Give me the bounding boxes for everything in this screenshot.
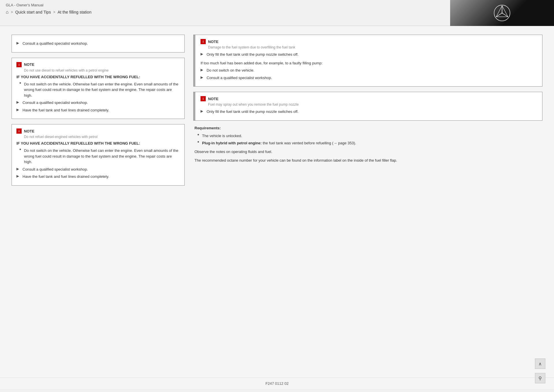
logo-area xyxy=(450,0,554,26)
right-note1-arrow1-text: Only fill the fuel tank until the pump n… xyxy=(207,52,298,57)
right-column: i NOTE Damage to the fuel system due to … xyxy=(193,35,542,369)
note-subtitle-2: Do not refuel diesel-engined vehicles wi… xyxy=(24,135,180,139)
right-note-box-spray: i NOTE Fuel may spray out when you remov… xyxy=(193,92,542,121)
scroll-up-button[interactable]: ∧ xyxy=(535,359,545,369)
req-bullet2: • Plug-in hybrid with petrol engine: the… xyxy=(197,140,541,146)
right-note-subtitle-2: Fuel may spray out when you remove the f… xyxy=(208,102,538,107)
req-bullet2-bold: Plug-in hybrid with petrol engine: xyxy=(202,141,262,145)
breadcrumb-sep1: > xyxy=(11,10,13,14)
top-arrow-text: Consult a qualified specialist workshop. xyxy=(23,41,88,46)
right-note1-arrow1: ▶ Only fill the fuel tank until the pump… xyxy=(201,52,538,57)
note2-bullet1-text: Do not switch on the vehicle. Otherwise … xyxy=(24,148,180,165)
scroll-up-icon: ∧ xyxy=(538,361,542,367)
arrow-icon: ▶ xyxy=(16,167,19,171)
breadcrumb-sep2: > xyxy=(53,10,55,14)
req-text2: The recommended octane number for your v… xyxy=(194,158,541,164)
right-note2-arrow1-text: Only fill the fuel tank until the pump n… xyxy=(207,109,298,115)
right-note2-content: i NOTE Fuel may spray out when you remov… xyxy=(201,96,538,115)
note-left-bar xyxy=(194,35,195,86)
note1-arrow1: ▶ Consult a qualified specialist worksho… xyxy=(16,100,180,106)
note-title-2: NOTE xyxy=(24,129,34,133)
note-title-1: NOTE xyxy=(24,62,34,67)
note1-arrow1-text: Consult a qualified specialist workshop. xyxy=(23,100,88,106)
right-note1-arrow2: ▶ Do not switch on the vehicle. xyxy=(201,68,538,73)
right-note1-body: If too much fuel has been added due, for… xyxy=(201,60,538,66)
arrow-icon: ▶ xyxy=(16,100,19,104)
bullet-icon: • xyxy=(19,80,21,86)
requirements-section: Requirements: • The vehicle is unlocked.… xyxy=(193,126,542,164)
note-box-wrong-fuel-diesel: i NOTE Do not use diesel to refuel vehic… xyxy=(12,58,185,119)
scroll-down-icon: ⚲ xyxy=(538,376,542,381)
note1-arrow2: ▶ Have the fuel tank and fuel lines drai… xyxy=(16,107,180,113)
note-header-1: i NOTE xyxy=(16,62,180,67)
right-note-icon-2: i xyxy=(201,96,206,101)
note-subtitle-1: Do not use diesel to refuel vehicles wit… xyxy=(24,68,180,72)
note2-bullet1: • Do not switch on the vehicle. Otherwis… xyxy=(19,148,180,165)
right-note-subtitle-1: Damage to the fuel system due to overfil… xyxy=(208,45,538,49)
header: GLA - Owner's Manual ⌂ > Quick start and… xyxy=(0,0,554,26)
right-note2-arrow1: ▶ Only fill the fuel tank until the pump… xyxy=(201,109,538,115)
note-header-2: i NOTE xyxy=(16,128,180,134)
scroll-down-button[interactable]: ⚲ xyxy=(535,373,545,383)
arrow-icon: ▶ xyxy=(16,41,19,45)
note-icon-2: i xyxy=(16,128,22,134)
note-icon-1: i xyxy=(16,62,22,67)
breadcrumb-quickstart[interactable]: Quick start and Tips xyxy=(15,10,51,14)
note1-arrow2-text: Have the fuel tank and fuel lines draine… xyxy=(23,107,109,113)
req-bullet2-text: Plug-in hybrid with petrol engine: the f… xyxy=(202,140,356,146)
breadcrumb-current: At the filling station xyxy=(57,10,91,14)
note-heading-1: IF YOU HAVE ACCIDENTALLY REFUELLED WITH … xyxy=(16,75,180,79)
mercedes-logo xyxy=(493,4,511,22)
arrow-icon: ▶ xyxy=(201,52,203,56)
left-column: ▶ Consult a qualified specialist worksho… xyxy=(12,35,185,369)
top-simple-box: ▶ Consult a qualified specialist worksho… xyxy=(12,35,185,53)
req-bullet2-rest: the fuel tank was vented before refuelli… xyxy=(262,141,356,145)
right-note-icon-1: i xyxy=(201,39,206,44)
note-box-wrong-fuel-petrol: i NOTE Do not refuel diesel-engined vehi… xyxy=(12,124,185,186)
arrow-icon: ▶ xyxy=(16,174,19,178)
note1-bullet1-text: Do not switch on the vehicle. Otherwise … xyxy=(24,81,180,98)
note-left-bar-2 xyxy=(194,92,195,120)
arrow-icon: ▶ xyxy=(201,75,203,79)
req-bullet1: • The vehicle is unlocked. xyxy=(197,133,541,139)
arrow-icon: ▶ xyxy=(201,109,203,113)
right-note1-arrow3-text: Consult a qualified specialist workshop. xyxy=(207,75,272,81)
req-bullet1-text: The vehicle is unlocked. xyxy=(202,133,242,139)
note2-arrow2: ▶ Have the fuel tank and fuel lines drai… xyxy=(16,174,180,180)
right-note1-arrow3: ▶ Consult a qualified specialist worksho… xyxy=(201,75,538,81)
right-note-header-2: i NOTE xyxy=(201,96,538,101)
arrow-icon: ▶ xyxy=(201,68,203,72)
top-arrow-item: ▶ Consult a qualified specialist worksho… xyxy=(16,41,180,46)
right-note-box-overfill: i NOTE Damage to the fuel system due to … xyxy=(193,35,542,87)
bullet-icon: • xyxy=(19,147,21,153)
note2-arrow1-text: Consult a qualified specialist workshop. xyxy=(23,167,88,172)
right-note1-content: i NOTE Damage to the fuel system due to … xyxy=(201,39,538,81)
main-content: ▶ Consult a qualified specialist worksho… xyxy=(0,26,554,378)
note2-arrow1: ▶ Consult a qualified specialist worksho… xyxy=(16,167,180,172)
right-note1-arrow2-text: Do not switch on the vehicle. xyxy=(207,68,254,73)
svg-point-1 xyxy=(501,12,503,14)
right-note-title-1: NOTE xyxy=(208,40,218,44)
note1-bullet1: • Do not switch on the vehicle. Otherwis… xyxy=(19,81,180,98)
right-note-title-2: NOTE xyxy=(208,97,218,101)
bullet-icon: • xyxy=(197,132,199,138)
requirements-title: Requirements: xyxy=(194,126,541,130)
bullet-icon: • xyxy=(197,139,199,145)
req-text1: Observe the notes on operating fluids an… xyxy=(194,149,541,155)
footer-code: F247 0112 02 xyxy=(265,381,289,386)
home-icon[interactable]: ⌂ xyxy=(6,10,9,15)
right-note-header-1: i NOTE xyxy=(201,39,538,44)
note2-arrow2-text: Have the fuel tank and fuel lines draine… xyxy=(23,174,109,180)
arrow-icon: ▶ xyxy=(16,108,19,112)
note-heading-2: IF YOU HAVE ACCIDENTALLY REFUELLED WITH … xyxy=(16,141,180,145)
footer: F247 0112 02 xyxy=(0,378,554,389)
